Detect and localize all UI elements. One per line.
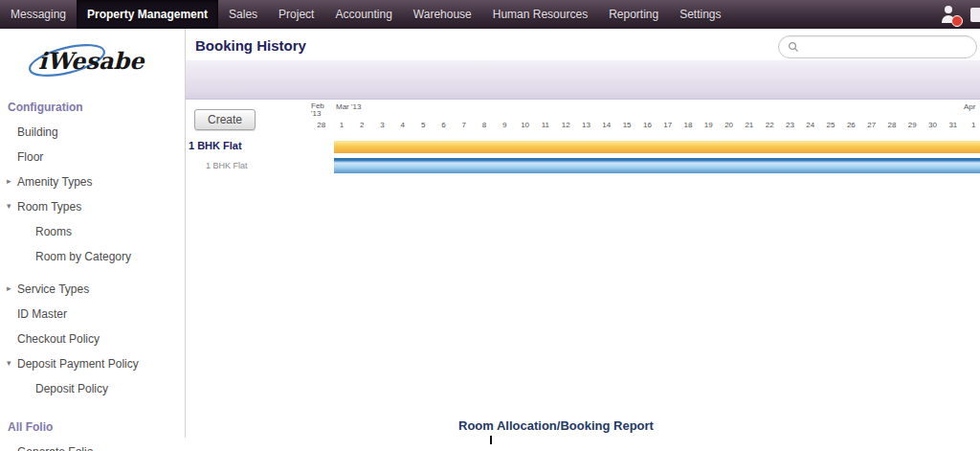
sidebar-item-label: Checkout Policy [17,332,100,346]
sidebar-item-service-types[interactable]: ▸ Service Types [0,277,185,302]
main-content: Booking History Create Feb '13 Mar '13 A… [186,29,980,451]
sidebar-item-label: Deposit Policy [35,382,108,395]
sidebar: iWesabe Configuration Building Floor ▸ A… [0,29,186,438]
report-caption: Room Allocation/Booking Report [458,418,654,433]
day-cell: 21 [739,121,759,129]
sidebar-item-building[interactable]: Building [0,120,185,145]
day-cell: 30 [923,121,943,129]
day-cell: 31 [943,121,963,129]
gantt-bar-item[interactable] [334,158,980,173]
sidebar-item-deposit-policy[interactable]: Deposit Policy [0,376,185,401]
user-avatar-icon[interactable] [938,4,959,25]
chevron-right-icon: ▸ [7,176,11,186]
menu-project[interactable]: Project [268,0,324,29]
sidebar-section-all-folio: All Folio Generate Folio [0,411,185,451]
top-menu-bar: Messaging Property Management Sales Proj… [0,0,980,29]
menu-human-resources[interactable]: Human Resources [482,0,598,29]
day-cell: 13 [576,121,596,129]
day-cell: 28 [311,121,331,129]
day-cell: 14 [596,121,616,129]
month-label-mar: Mar '13 [336,102,361,111]
day-cell: 19 [699,121,719,129]
sidebar-item-label: Service Types [17,282,89,296]
day-cell: 1 [964,121,980,129]
day-cell: 18 [678,121,698,129]
sidebar-item-room-by-category[interactable]: Room by Category [0,244,185,269]
text-cursor [490,436,492,444]
gantt-row-label-group: 1 BHK Flat [189,140,242,151]
gantt-row-label-item: 1 BHK Flat [206,161,248,170]
day-cell: 28 [881,121,902,129]
search-input[interactable] [804,40,968,54]
day-cell: 26 [841,121,861,129]
search-icon [788,41,799,53]
chevron-down-icon: ▾ [7,201,11,211]
day-cell: 7 [454,121,474,129]
day-cell: 29 [902,121,923,129]
sidebar-item-id-master[interactable]: ID Master [0,302,185,327]
menu-warehouse[interactable]: Warehouse [403,0,482,29]
sidebar-item-label: Room Types [17,200,81,214]
sidebar-item-label: Building [17,125,58,139]
menu-settings[interactable]: Settings [669,0,731,29]
sidebar-section-configuration: Configuration Building Floor ▸ Amenity T… [0,91,185,401]
menu-messaging[interactable]: Messaging [0,0,77,29]
day-cell: 27 [861,121,881,129]
gantt-bar-group[interactable] [334,141,980,153]
sidebar-item-generate-folio[interactable]: Generate Folio [0,440,185,451]
gantt-view: Create Feb '13 Mar '13 Apr 2812345678910… [186,100,980,413]
day-cell: 2 [352,121,372,129]
logo-text: iWesabe [38,47,145,75]
menu-property-management[interactable]: Property Management [77,0,218,29]
day-cell: 22 [760,121,780,129]
day-cell: 6 [434,121,454,129]
sidebar-item-label: Amenity Types [17,175,92,189]
sidebar-item-deposit-payment-policy[interactable]: ▾ Deposit Payment Policy [0,351,185,376]
chevron-right-icon: ▸ [7,283,11,293]
sidebar-item-rooms[interactable]: Rooms [0,219,185,244]
sidebar-item-label: Floor [17,150,43,164]
day-cell: 4 [392,121,412,129]
day-cell: 3 [372,121,392,129]
notification-badge [951,15,963,27]
menu-sales[interactable]: Sales [218,0,268,29]
section-title-configuration: Configuration [0,91,185,120]
sidebar-item-room-types[interactable]: ▾ Room Types [0,194,185,219]
day-cell: 9 [495,121,515,129]
menu-reporting[interactable]: Reporting [598,0,669,29]
topbar-right-icons [938,0,980,29]
menu-accounting[interactable]: Accounting [324,0,402,29]
day-cell: 15 [616,121,636,129]
day-cell: 12 [556,121,576,129]
sidebar-item-label: Rooms [35,225,72,238]
month-label-apr: Apr [964,102,975,111]
page-title: Booking History [195,37,306,54]
create-button[interactable]: Create [194,109,256,130]
avatar-head [945,6,952,13]
mail-icon[interactable] [970,8,980,22]
logo-iwesabe[interactable]: iWesabe [23,34,157,87]
day-cell: 5 [412,121,433,129]
sidebar-item-label: Generate Folio [17,445,93,451]
day-cell: 1 [331,121,351,129]
month-label-feb: Feb '13 [311,102,330,118]
day-cell: 16 [637,121,657,129]
search-box[interactable] [778,35,977,58]
gantt-day-header: 2812345678910111213141516171819202122232… [311,121,980,129]
section-title-all-folio: All Folio [0,411,185,440]
day-cell: 20 [719,121,739,129]
breadcrumb-band [186,60,980,100]
sidebar-item-label: ID Master [17,307,67,321]
sidebar-item-floor[interactable]: Floor [0,145,185,169]
day-cell: 17 [657,121,678,129]
day-cell: 11 [535,121,555,129]
logo-swoosh-icon: iWesabe [23,34,157,87]
day-cell: 23 [780,121,800,129]
sidebar-item-label: Room by Category [35,250,131,263]
sidebar-item-label: Deposit Payment Policy [17,357,139,371]
sidebar-item-checkout-policy[interactable]: Checkout Policy [0,327,185,351]
sidebar-item-amenity-types[interactable]: ▸ Amenity Types [0,169,185,194]
day-cell: 10 [515,121,535,129]
day-cell: 24 [800,121,820,129]
chevron-down-icon: ▾ [7,358,11,368]
